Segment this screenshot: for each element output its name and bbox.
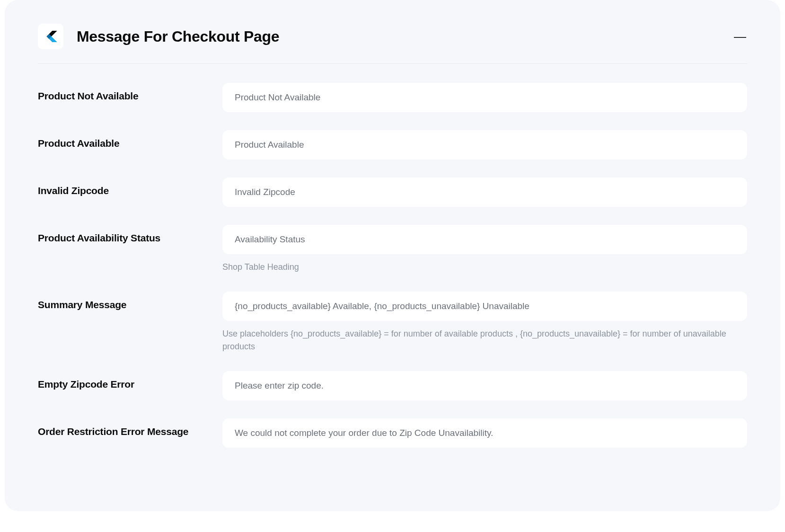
field-body [222, 418, 747, 448]
field-label: Product Availability Status [38, 225, 213, 245]
field-summary-message: Summary Message Use placeholders {no_pro… [38, 292, 747, 353]
field-body [222, 130, 747, 160]
product-available-input[interactable] [222, 130, 747, 160]
field-product-not-available: Product Not Available [38, 83, 747, 112]
field-product-available: Product Available [38, 130, 747, 160]
field-label: Product Not Available [38, 83, 213, 103]
field-body [222, 83, 747, 112]
field-body [222, 371, 747, 400]
helper-text: Shop Table Heading [222, 261, 747, 274]
helper-text: Use placeholders {no_products_available}… [222, 328, 747, 353]
card-title: Message For Checkout Page [77, 28, 279, 45]
field-body: Use placeholders {no_products_available}… [222, 292, 747, 353]
brand-logo-icon [38, 24, 63, 49]
order-restriction-error-input[interactable] [222, 418, 747, 448]
field-empty-zipcode-error: Empty Zipcode Error [38, 371, 747, 400]
field-product-availability-status: Product Availability Status Shop Table H… [38, 225, 747, 274]
minus-icon: — [734, 29, 746, 44]
empty-zipcode-error-input[interactable] [222, 371, 747, 400]
collapse-button[interactable]: — [733, 29, 747, 44]
field-label: Product Available [38, 130, 213, 150]
field-label: Order Restriction Error Message [38, 418, 213, 438]
card-header: Message For Checkout Page — [38, 24, 747, 64]
field-body [222, 177, 747, 207]
settings-card: Message For Checkout Page — Product Not … [5, 0, 780, 511]
product-not-available-input[interactable] [222, 83, 747, 112]
field-body: Shop Table Heading [222, 225, 747, 274]
field-label: Invalid Zipcode [38, 177, 213, 197]
field-order-restriction-error: Order Restriction Error Message [38, 418, 747, 448]
field-label: Empty Zipcode Error [38, 371, 213, 391]
product-availability-status-input[interactable] [222, 225, 747, 254]
invalid-zipcode-input[interactable] [222, 177, 747, 207]
summary-message-input[interactable] [222, 292, 747, 321]
field-invalid-zipcode: Invalid Zipcode [38, 177, 747, 207]
header-left: Message For Checkout Page [38, 24, 279, 49]
field-label: Summary Message [38, 292, 213, 311]
